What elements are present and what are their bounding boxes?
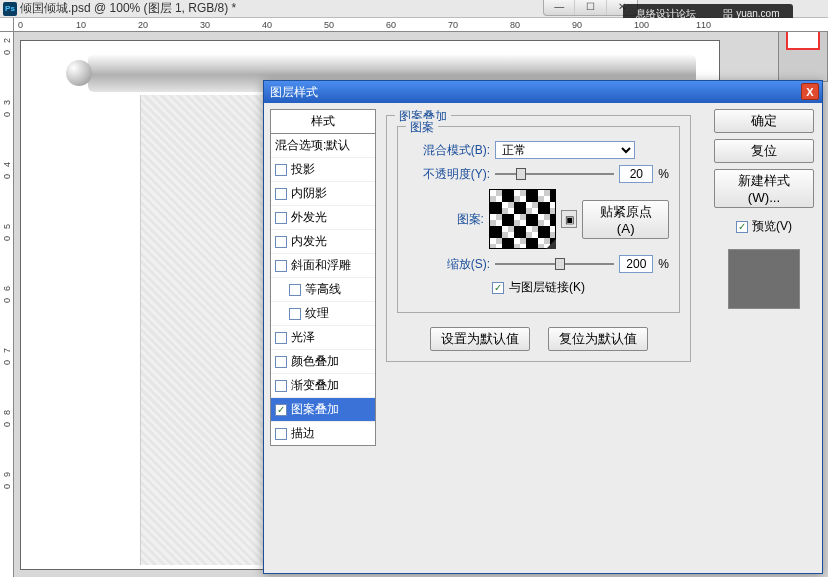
- new-style-button[interactable]: 新建样式(W)...: [714, 169, 814, 208]
- style-item-bevel[interactable]: 斜面和浮雕: [271, 254, 375, 278]
- ruler-tick: 3: [2, 100, 12, 105]
- snap-origin-button[interactable]: 贴紧原点(A): [582, 200, 669, 239]
- opacity-slider[interactable]: [495, 166, 614, 182]
- style-item-satin[interactable]: 光泽: [271, 326, 375, 350]
- blend-mode-select[interactable]: 正常: [495, 141, 635, 159]
- pattern-swatch[interactable]: [489, 189, 556, 249]
- style-item-gradient-overlay[interactable]: 渐变叠加: [271, 374, 375, 398]
- ruler-tick: 50: [324, 20, 334, 30]
- settings-panel: 图案叠加 图案 混合模式(B): 正常 不透明度(Y): % 图案:: [386, 109, 691, 569]
- checkbox-icon[interactable]: [275, 260, 287, 272]
- style-item-label: 渐变叠加: [291, 377, 339, 394]
- ruler-tick: 70: [448, 20, 458, 30]
- styles-list: 混合选项:默认 投影 内阴影 外发光 内发光 斜面和浮雕 等高线 纹理 光泽 颜…: [270, 134, 376, 446]
- ok-button[interactable]: 确定: [714, 109, 814, 133]
- style-item-label: 纹理: [305, 305, 329, 322]
- ruler-tick: 40: [262, 20, 272, 30]
- scale-slider[interactable]: [495, 256, 614, 272]
- style-item-color-overlay[interactable]: 颜色叠加: [271, 350, 375, 374]
- reset-button[interactable]: 复位: [714, 139, 814, 163]
- blending-options-row[interactable]: 混合选项:默认: [271, 134, 375, 158]
- blend-mode-label: 混合模式(B):: [408, 142, 490, 159]
- ruler-tick: 8: [2, 410, 12, 415]
- styles-header[interactable]: 样式: [270, 109, 376, 134]
- style-item-drop-shadow[interactable]: 投影: [271, 158, 375, 182]
- reset-default-button[interactable]: 复位为默认值: [548, 327, 648, 351]
- ruler-tick: 20: [138, 20, 148, 30]
- dialog-title: 图层样式: [270, 84, 318, 101]
- ruler-tick: 80: [510, 20, 520, 30]
- style-item-label: 等高线: [305, 281, 341, 298]
- style-item-label: 内发光: [291, 233, 327, 250]
- opacity-input[interactable]: [619, 165, 653, 183]
- style-item-pattern-overlay[interactable]: 图案叠加: [271, 398, 375, 422]
- default-buttons-row: 设置为默认值 复位为默认值: [397, 327, 680, 351]
- style-item-inner-glow[interactable]: 内发光: [271, 230, 375, 254]
- preview-checkbox[interactable]: [736, 221, 748, 233]
- link-layer-label: 与图层链接(K): [509, 279, 585, 296]
- scale-input[interactable]: [619, 255, 653, 273]
- link-layer-checkbox[interactable]: [492, 282, 504, 294]
- style-item-label: 外发光: [291, 209, 327, 226]
- style-item-label: 图案叠加: [291, 401, 339, 418]
- dialog-close-button[interactable]: X: [801, 83, 819, 100]
- pattern-row: 图案: ▣ 贴紧原点(A): [408, 189, 669, 249]
- ruler-tick: 0: [2, 422, 12, 427]
- ruler-tick: 0: [18, 20, 23, 30]
- style-item-contour[interactable]: 等高线: [271, 278, 375, 302]
- opacity-row: 不透明度(Y): %: [408, 165, 669, 183]
- new-pattern-preset-button[interactable]: ▣: [561, 210, 578, 228]
- ruler-horizontal: 0 10 20 30 40 50 60 70 80 90 100 110: [14, 18, 828, 32]
- checkbox-icon[interactable]: [275, 380, 287, 392]
- ruler-tick: 9: [2, 472, 12, 477]
- checkbox-icon[interactable]: [275, 428, 287, 440]
- ruler-tick: 10: [76, 20, 86, 30]
- layer-style-dialog: 图层样式 X 样式 混合选项:默认 投影 内阴影 外发光 内发光 斜面和浮雕 等…: [263, 80, 823, 574]
- pattern-label: 图案:: [408, 211, 484, 228]
- dialog-titlebar[interactable]: 图层样式 X: [264, 81, 822, 103]
- checkbox-icon[interactable]: [275, 236, 287, 248]
- checkbox-icon[interactable]: [275, 332, 287, 344]
- ps-app-icon: Ps: [3, 2, 17, 16]
- scroll-cap: [66, 60, 92, 86]
- style-item-stroke[interactable]: 描边: [271, 422, 375, 445]
- checkbox-icon[interactable]: [289, 284, 301, 296]
- set-default-button[interactable]: 设置为默认值: [430, 327, 530, 351]
- checkbox-icon[interactable]: [275, 404, 287, 416]
- checkbox-icon[interactable]: [275, 188, 287, 200]
- link-row: 与图层链接(K): [408, 279, 669, 296]
- ruler-tick: 90: [572, 20, 582, 30]
- ruler-tick: 5: [2, 224, 12, 229]
- ruler-tick: 6: [2, 286, 12, 291]
- preview-row: 预览(V): [714, 218, 814, 235]
- style-item-label: 描边: [291, 425, 315, 442]
- opacity-label: 不透明度(Y):: [408, 166, 490, 183]
- style-item-label: 光泽: [291, 329, 315, 346]
- checkbox-icon[interactable]: [275, 164, 287, 176]
- ruler-tick: 0: [2, 484, 12, 489]
- ruler-corner: [0, 18, 14, 32]
- pattern-overlay-group: 图案叠加 图案 混合模式(B): 正常 不透明度(Y): % 图案:: [386, 115, 691, 362]
- dialog-right-column: 确定 复位 新建样式(W)... 预览(V): [714, 109, 814, 309]
- ruler-tick: 60: [386, 20, 396, 30]
- document-title: 倾国倾城.psd @ 100% (图层 1, RGB/8) *: [20, 0, 236, 17]
- ruler-tick: 110: [696, 20, 711, 30]
- style-item-inner-shadow[interactable]: 内阴影: [271, 182, 375, 206]
- scale-row: 缩放(S): %: [408, 255, 669, 273]
- inner-group-label: 图案: [406, 119, 438, 136]
- scale-label: 缩放(S):: [408, 256, 490, 273]
- window-minimize-button[interactable]: —: [544, 0, 574, 15]
- checkbox-icon[interactable]: [289, 308, 301, 320]
- styles-column: 样式 混合选项:默认 投影 内阴影 外发光 内发光 斜面和浮雕 等高线 纹理 光…: [270, 109, 376, 446]
- ruler-tick: 0: [2, 174, 12, 179]
- checkbox-icon[interactable]: [275, 212, 287, 224]
- ruler-tick: 0: [2, 50, 12, 55]
- ruler-vertical: 2 0 3 0 4 0 5 0 6 0 7 0 8 0 9 0: [0, 32, 14, 577]
- percent-label: %: [658, 257, 669, 271]
- style-item-texture[interactable]: 纹理: [271, 302, 375, 326]
- window-maximize-button[interactable]: ☐: [574, 0, 605, 15]
- ruler-tick: 4: [2, 162, 12, 167]
- checkbox-icon[interactable]: [275, 356, 287, 368]
- style-item-outer-glow[interactable]: 外发光: [271, 206, 375, 230]
- ruler-tick: 100: [634, 20, 649, 30]
